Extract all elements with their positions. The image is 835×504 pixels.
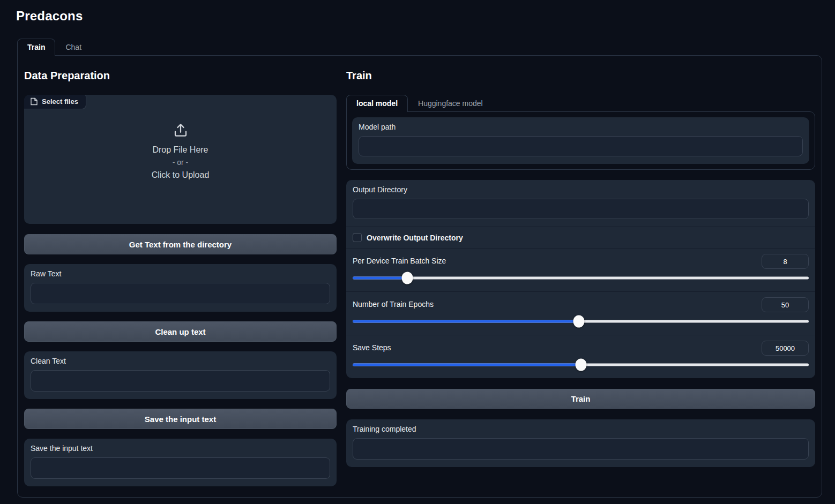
main-tab-bar: Train Chat [17, 39, 818, 55]
output-directory-label: Output Directory [353, 185, 809, 194]
click-to-upload-text: Click to Upload [152, 169, 210, 182]
output-directory-input[interactable] [353, 199, 809, 219]
tab-huggingface-model[interactable]: Huggingface model [408, 95, 493, 111]
model-path-panel: Model path [352, 117, 809, 164]
slider-thumb[interactable] [573, 315, 585, 328]
training-completed-output[interactable] [353, 438, 809, 460]
app-title: Predacons [16, 9, 819, 24]
train-epochs-label: Number of Train Epochs [353, 297, 434, 309]
slider-fill [353, 364, 581, 366]
train-tab-panel: Data Preparation Select files Drop [17, 55, 822, 498]
batch-size-label: Per Device Train Batch Size [353, 254, 446, 265]
select-files-label: Select files [42, 97, 78, 106]
data-preparation-column: Data Preparation Select files Drop [24, 62, 337, 491]
batch-size-row: Per Device Train Batch Size [346, 248, 815, 291]
raw-text-label: Raw Text [31, 269, 330, 278]
train-epochs-row: Number of Train Epochs [346, 291, 815, 335]
batch-size-slider[interactable] [353, 272, 809, 284]
model-path-label: Model path [359, 123, 803, 131]
train-settings-form: Output Directory Overwrite Output Direct… [346, 180, 815, 378]
slider-thumb[interactable] [402, 272, 413, 284]
save-steps-slider[interactable] [353, 359, 809, 371]
overwrite-output-directory-row: Overwrite Output Directory [346, 227, 815, 248]
data-preparation-heading: Data Preparation [24, 70, 337, 82]
clean-text-label: Clean Text [31, 357, 330, 365]
tab-train[interactable]: Train [17, 39, 55, 56]
clean-text-input[interactable] [31, 370, 330, 392]
save-steps-row: Save Steps [346, 335, 815, 378]
or-text: - or - [173, 156, 189, 168]
file-icon [31, 97, 38, 106]
overwrite-output-directory-label[interactable]: Overwrite Output Directory [367, 234, 463, 242]
select-files-button[interactable]: Select files [24, 95, 86, 109]
save-steps-label: Save Steps [353, 341, 391, 352]
model-tab-bar: local model Huggingface model [346, 95, 815, 111]
file-dropzone[interactable]: Select files Drop File Here - or - Click… [24, 95, 337, 224]
batch-size-value-input[interactable] [762, 254, 809, 269]
slider-fill [353, 320, 579, 323]
train-epochs-slider[interactable] [353, 315, 809, 327]
local-model-tab-panel: Model path [346, 111, 815, 170]
get-text-from-directory-button[interactable]: Get Text from the directory [24, 234, 337, 254]
raw-text-panel: Raw Text [24, 264, 337, 312]
training-completed-label: Training completed [353, 425, 809, 433]
tab-local-model[interactable]: local model [346, 95, 408, 112]
train-column: Train local model Huggingface model Mode… [346, 62, 815, 491]
model-path-input[interactable] [359, 136, 803, 156]
clean-up-text-button[interactable]: Clean up text [24, 321, 337, 342]
train-epochs-value-input[interactable] [762, 297, 809, 312]
upload-arrow-icon [173, 122, 189, 138]
overwrite-output-directory-checkbox[interactable] [353, 233, 362, 242]
save-input-text-panel: Save the input text [24, 439, 337, 486]
train-heading: Train [346, 70, 815, 82]
output-directory-row: Output Directory [346, 180, 815, 227]
save-input-text-input[interactable] [31, 457, 330, 479]
training-completed-panel: Training completed [346, 419, 815, 467]
app-header: Predacons [0, 0, 835, 29]
clean-text-panel: Clean Text [24, 351, 337, 399]
train-button[interactable]: Train [346, 389, 815, 409]
raw-text-input[interactable] [31, 283, 330, 304]
slider-fill [353, 277, 407, 280]
save-input-text-button[interactable]: Save the input text [24, 409, 337, 429]
tab-chat[interactable]: Chat [55, 39, 92, 55]
slider-track[interactable] [353, 277, 809, 280]
slider-thumb[interactable] [575, 359, 586, 371]
save-steps-value-input[interactable] [762, 341, 809, 356]
drop-file-text: Drop File Here [152, 144, 208, 156]
save-input-text-label: Save the input text [31, 444, 330, 453]
